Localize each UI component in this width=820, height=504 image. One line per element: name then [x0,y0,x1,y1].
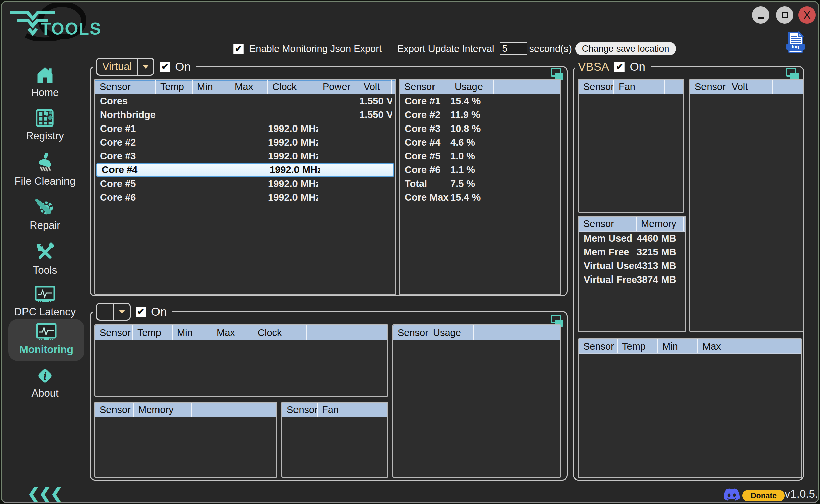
enable-monitoring-checkbox[interactable]: ✔ [233,44,244,54]
cpu-clock-table: Sensor Temp Min Max Clock Power Volt Cor… [94,79,396,295]
table-row[interactable]: Core Max 15.4 % [400,191,560,204]
table-row[interactable]: Mem Used 4460 MB [579,232,685,245]
enable-monitoring-label: Enable Monitoring Json Export [249,43,382,54]
vbsa-on-label: On [630,60,645,73]
table-row[interactable]: Core #1 15.4 % [400,94,560,108]
sidebar-item-tools[interactable]: Tools [2,242,88,276]
vbsa-memory-table: Sensor Memory Mem Used 4460 MB Mem Free … [578,216,686,332]
table-row[interactable]: Core #3 10.8 % [400,122,560,136]
table-row[interactable]: Core #5 1.0 % [400,149,560,163]
dropdown-value [97,304,113,320]
table-row[interactable]: Mem Free 3215 MB [579,245,685,259]
vbsa-on-checkbox[interactable]: ✔ [614,62,625,72]
dropdown-arrow-button[interactable] [113,304,130,320]
app-window: TOOLS ✔ Enable Monitoring Json Export Ex… [1,1,819,503]
interval-label: Export Update Interval [397,43,494,54]
vbsa-title: VBSA [578,60,609,73]
sidebar-item-about[interactable]: i About [2,366,88,399]
secondary-source-dropdown[interactable] [96,303,131,321]
dropdown-value: Virtual [97,59,137,75]
table-row[interactable]: Core #1 1992.0 MHz [95,122,395,136]
virtual-on-checkbox[interactable]: ✔ [160,62,170,72]
minimize-button[interactable] [752,6,769,24]
sidebar-item-home[interactable]: Home [2,65,88,99]
discord-button[interactable] [724,488,740,502]
table-row[interactable]: Cores 1.550 V [95,94,395,108]
secondary-panel: ✔ On Sensor Temp Min Max Clock Sensor Us… [90,311,568,481]
home-icon [35,65,55,85]
sidebar-item-monitoring[interactable]: Monitoring [8,319,84,361]
sidebar-item-repair[interactable]: Repair [2,197,88,232]
table-row[interactable]: Core #4 4.6 % [400,136,560,149]
table-header-row: Sensor Temp Min Max [579,339,801,354]
table-row[interactable]: Virtual Used 4313 MB [579,259,685,273]
sidebar-item-file-cleaning[interactable]: File Cleaning [2,152,88,187]
vbsa-temp-table: Sensor Temp Min Max [578,338,802,478]
secondary-on-checkbox[interactable]: ✔ [136,307,146,317]
app-logo: TOOLS [6,3,113,41]
sidebar-item-label: Tools [33,264,57,276]
svg-text:i: i [44,370,47,382]
sidebar-item-label: About [31,387,58,399]
vbsa-panel: VBSA ✔ On Sensor Fan Sensor Volt Sensor [573,66,804,481]
table-header-row: Sensor Fan [282,403,387,417]
table-row[interactable]: Core #6 1.1 % [400,163,560,177]
sidebar-item-label: Monitoring [19,344,73,356]
close-icon: X [803,9,810,21]
discord-icon [724,488,740,501]
svg-text:log: log [792,44,799,49]
cpu-usage-table: Sensor Usage Core #1 15.4 % Core #2 11.9… [399,79,561,295]
export-settings-bar: ✔ Enable Monitoring Json Export Export U… [233,41,676,57]
table-header-row: Sensor Usage [400,80,560,94]
popout-copy-button[interactable] [786,68,799,80]
table-row-selected[interactable]: Core #4 1992.0 MHz [96,163,394,177]
table-row[interactable]: Core #6 1992.0 MHz [95,191,395,204]
interval-unit: second(s) [529,43,572,54]
change-save-location-button[interactable]: Change save location [575,42,676,55]
sidebar-item-label: Home [31,87,59,99]
virtual-panel: Virtual ✔ On Sensor Temp Min Max Clock P… [90,66,568,296]
table-row[interactable]: Core #2 1992.0 MHz [95,136,395,149]
close-button[interactable]: X [798,6,816,24]
log-file-button[interactable]: log [786,31,805,54]
table-row[interactable]: Core #5 1992.0 MHz [95,177,395,191]
interval-input[interactable] [500,42,527,55]
virtual-on-label: On [175,60,191,73]
logo-text: TOOLS [41,19,101,39]
maximize-button[interactable] [776,6,793,24]
table-header-row: Sensor Temp Min Max Clock [95,325,387,340]
collapse-sidebar-button[interactable]: ❮❮❮ [27,484,62,502]
table-row[interactable]: Total 7.5 % [400,177,560,191]
secondary-fan-table: Sensor Fan [281,402,388,478]
sidebar-item-dpc-latency[interactable]: DPC Latency [2,286,88,318]
table-header-row: Sensor Fan [579,80,683,94]
table-header-row: Sensor Temp Min Max Clock Power Volt [95,80,395,94]
sidebar-item-registry[interactable]: Registry [2,107,88,142]
virtual-source-dropdown[interactable]: Virtual [96,58,154,76]
minimize-icon [758,17,764,19]
table-header-row: Sensor Usage [393,325,560,340]
secondary-clock-table: Sensor Temp Min Max Clock [94,324,388,397]
log-document-icon: log [786,31,805,54]
secondary-usage-table: Sensor Usage [392,324,561,478]
maximize-icon [782,12,788,18]
table-header-row: Sensor Volt [690,80,803,94]
repair-icon [35,197,55,218]
table-row[interactable]: Core #3 1992.0 MHz [95,149,395,163]
chevron-down-icon [142,65,149,69]
table-row[interactable]: Virtual Free 3874 MB [579,273,685,287]
dropdown-arrow-button[interactable] [137,59,153,75]
vbsa-fan-table: Sensor Fan [578,79,684,213]
popout-copy-button[interactable] [551,68,563,80]
registry-icon [35,107,55,128]
sidebar-item-label: DPC Latency [14,306,76,318]
sidebar-item-label: Registry [26,130,64,142]
table-header-row: Sensor Memory [95,403,276,417]
table-row[interactable]: Core #2 11.9 % [400,108,560,122]
version-label: v1.0.5.0 [785,488,819,500]
dpc-latency-icon [34,286,56,304]
table-row[interactable]: Northbridge 1.550 V [95,108,395,122]
donate-button[interactable]: Donate [742,490,785,501]
tools-icon [35,242,55,263]
secondary-on-label: On [151,305,167,318]
